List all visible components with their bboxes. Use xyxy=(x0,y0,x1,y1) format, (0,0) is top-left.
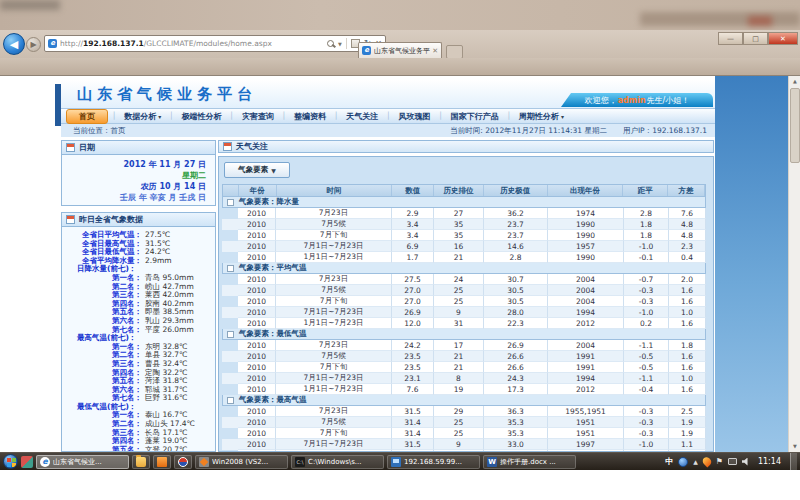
table-cell: 7.6 xyxy=(669,208,706,219)
table-cell: 29 xyxy=(434,406,484,417)
group-checkbox[interactable] xyxy=(227,265,234,272)
menu-item-9[interactable]: 周期性分析 ▾ xyxy=(511,111,572,122)
table-cell: 31.5 xyxy=(392,406,434,417)
rank-value: 平度 26.0mm xyxy=(145,326,194,335)
table-row: 20107月下旬31.42535.31951-0.31.9 xyxy=(222,428,706,439)
table-cell: 30.5 xyxy=(484,296,548,307)
table-cell: 17.3 xyxy=(484,384,548,395)
menu-item-1[interactable]: 首页 xyxy=(66,109,108,124)
table-cell: 19 xyxy=(434,384,484,395)
pinned-app-icon[interactable] xyxy=(21,456,33,468)
table-cell: -0.3 xyxy=(624,428,669,439)
table-cell: 7月5候 xyxy=(276,219,392,230)
taskbar-button[interactable]: C:\C:\Windows\s... xyxy=(291,455,384,469)
ime-indicator[interactable]: 中 xyxy=(665,456,673,467)
new-tab-button[interactable] xyxy=(446,45,463,59)
vertical-scrollbar[interactable]: ▲ ▼ xyxy=(788,76,800,452)
taskbar-button[interactable]: 192.168.59.99... xyxy=(387,455,480,469)
table-cell: 27.0 xyxy=(392,285,434,296)
menu-item-3[interactable]: 极端性分析 xyxy=(174,111,230,122)
table-cell: 7月23日 xyxy=(276,208,392,219)
taskbar-clock[interactable]: 11:14 xyxy=(758,457,781,466)
page-background-panel xyxy=(715,76,788,452)
column-header: 数值 xyxy=(392,185,434,196)
hidden-icons-arrow[interactable]: ▲ xyxy=(693,458,698,465)
row-spacer xyxy=(222,428,238,439)
table-cell: 2.8 xyxy=(484,252,548,263)
table-cell: 36.2 xyxy=(484,208,548,219)
row-spacer xyxy=(222,340,238,351)
flame-tray-icon[interactable] xyxy=(701,455,713,467)
taskbar-button[interactable] xyxy=(174,455,192,469)
table-cell: 27.0 xyxy=(392,296,434,307)
menu-item-8[interactable]: 国家下行产品 xyxy=(443,111,507,122)
table-cell: -0.5 xyxy=(624,362,669,373)
taskbar-button[interactable]: e山东省气候业... xyxy=(36,455,129,469)
action-center-flag-icon[interactable]: ⚑ xyxy=(716,457,723,466)
table-cell: 7月1日~7月23日 xyxy=(276,439,392,450)
taskbar-button[interactable]: W操作手册.docx ... xyxy=(483,455,576,469)
row-spacer xyxy=(222,439,238,450)
table-cell: 26.9 xyxy=(484,340,548,351)
table-cell: 35.3 xyxy=(484,417,548,428)
table-cell: 8 xyxy=(434,373,484,384)
table-cell: 25 xyxy=(434,428,484,439)
table-cell: 23.5 xyxy=(392,351,434,362)
row-spacer xyxy=(222,351,238,362)
volume-icon[interactable] xyxy=(742,458,750,466)
system-tray: 中 ▲ ⚑ 11:14 xyxy=(665,453,797,471)
group-checkbox[interactable] xyxy=(227,199,234,206)
back-button[interactable]: ◀ xyxy=(3,33,25,55)
group-checkbox[interactable] xyxy=(227,397,234,404)
table-cell: 14.6 xyxy=(484,241,548,252)
group-header-row: 气象要素：最低气温 xyxy=(222,329,706,340)
table-cell: -0.3 xyxy=(624,417,669,428)
table-cell: 1.6 xyxy=(669,362,706,373)
group-checkbox[interactable] xyxy=(227,331,234,338)
table-row: 20107月1日~7月23日23.1824.31994-1.11.0 xyxy=(222,373,706,384)
scroll-up-icon[interactable]: ▲ xyxy=(789,76,800,87)
address-bar[interactable]: e http://192.168.137.1/GLCCLIMATE/module… xyxy=(44,35,386,52)
table-cell: 7月23日 xyxy=(276,274,392,285)
show-desktop-button[interactable] xyxy=(790,453,797,471)
yesterday-box-body: 全省日平均气温：27.5℃全省日最高气温：31.5℃全省日最低气温：24.2℃全… xyxy=(62,227,215,452)
taskbar-button[interactable] xyxy=(153,455,171,469)
table-cell: 1997 xyxy=(548,439,624,450)
table-cell: 2010 xyxy=(238,439,276,450)
menu-item-4[interactable]: 灾害查询 xyxy=(234,111,282,122)
start-button[interactable] xyxy=(3,454,18,469)
taskbar-button[interactable]: Win2008 (VS2... xyxy=(195,455,288,469)
taskbar-button[interactable] xyxy=(132,455,150,469)
table-cell: 21 xyxy=(434,252,484,263)
table-cell: 23.7 xyxy=(484,230,548,241)
scroll-down-icon[interactable]: ▼ xyxy=(789,441,800,452)
table-cell: 1.0 xyxy=(669,307,706,318)
table-cell: 21 xyxy=(434,351,484,362)
scrollbar-thumb[interactable] xyxy=(790,88,800,163)
menu-item-6[interactable]: 天气关注 xyxy=(338,111,386,122)
table-cell: -0.4 xyxy=(624,384,669,395)
chevron-down-icon: ▾ xyxy=(156,113,161,120)
menu-item-5[interactable]: 整编资料 xyxy=(286,111,334,122)
menu-item-7[interactable]: 风玫瑰图 xyxy=(390,111,438,122)
maximize-button[interactable]: □ xyxy=(743,32,768,45)
element-filter-button[interactable]: 气象要素▼ xyxy=(224,162,290,178)
table-cell: 2010 xyxy=(238,230,276,241)
table-row: 20101月1日~7月23日12.03122.320120.21.6 xyxy=(222,318,706,329)
minimize-button[interactable]: — xyxy=(718,32,743,45)
taskbar-button-title: 操作手册.docx ... xyxy=(500,457,572,467)
forward-button[interactable]: ▶ xyxy=(26,37,41,52)
network-globe-icon[interactable] xyxy=(678,457,688,467)
tab-close-icon[interactable]: ✕ xyxy=(432,47,438,55)
menu-item-2[interactable]: 数据分析 ▾ xyxy=(116,111,169,122)
table-cell: 1.9 xyxy=(669,417,706,428)
table-cell: 1.6 xyxy=(669,296,706,307)
network-status-icon[interactable] xyxy=(728,458,737,465)
table-row: 20107月下旬23.52126.61991-0.51.6 xyxy=(222,362,706,373)
table-row: 20107月下旬3.43523.719901.84.8 xyxy=(222,230,706,241)
browser-tab[interactable]: e 山东省气候业务平... ✕ xyxy=(358,42,442,58)
search-dropdown-icon[interactable]: ▼ xyxy=(338,41,342,47)
close-button[interactable]: ✕ xyxy=(768,32,798,45)
tab-favicon: e xyxy=(362,46,371,55)
search-icon[interactable] xyxy=(327,40,334,47)
